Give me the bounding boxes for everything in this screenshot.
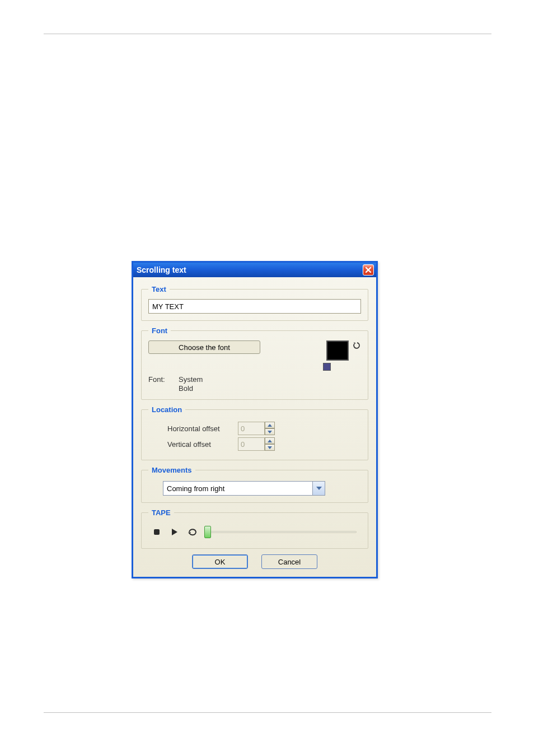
horizontal-offset-up[interactable] xyxy=(265,422,275,428)
secondary-color-swatch[interactable] xyxy=(323,363,331,371)
movements-combo-button[interactable] xyxy=(313,481,325,496)
tape-group: TAPE xyxy=(141,508,368,549)
close-button[interactable] xyxy=(363,264,374,276)
movements-combo[interactable] xyxy=(163,481,325,496)
location-group: Location Horizontal offset Ver xyxy=(141,405,368,460)
slider-thumb[interactable] xyxy=(204,526,211,538)
font-style-value: Bold xyxy=(179,384,203,393)
tape-play-button[interactable] xyxy=(170,527,180,537)
loop-icon xyxy=(188,528,198,536)
titlebar: Scrolling text xyxy=(133,263,376,277)
dialog-body: Text Font Choose the font xyxy=(133,277,376,577)
choose-font-button[interactable]: Choose the font xyxy=(148,340,260,354)
horizontal-offset-input[interactable] xyxy=(238,422,265,435)
horizontal-offset-down[interactable] xyxy=(265,428,275,435)
chevron-down-icon xyxy=(268,431,272,433)
undo-icon xyxy=(352,341,360,350)
chevron-down-icon xyxy=(316,487,322,490)
horizontal-offset-label: Horizontal offset xyxy=(148,424,232,433)
font-legend: Font xyxy=(148,326,171,335)
font-group: Font Choose the font xyxy=(141,326,368,400)
vertical-offset-down[interactable] xyxy=(265,444,275,451)
tape-stop-button[interactable] xyxy=(152,527,162,537)
stop-icon xyxy=(153,529,160,535)
vertical-offset-up[interactable] xyxy=(265,437,275,444)
color-picker-area xyxy=(326,340,361,371)
font-label: Font: xyxy=(148,375,171,384)
page-bottom-rule xyxy=(44,712,491,713)
movements-group: Movements xyxy=(141,466,368,503)
dialog-title: Scrolling text xyxy=(137,265,186,274)
chevron-down-icon xyxy=(268,446,272,449)
svg-rect-0 xyxy=(154,529,160,535)
chevron-up-icon xyxy=(268,424,272,427)
reset-color-button[interactable] xyxy=(351,340,361,351)
scrolling-text-dialog: Scrolling text Text Font Choose the font xyxy=(132,261,378,578)
ok-button[interactable]: OK xyxy=(192,554,248,569)
font-name-value: System xyxy=(179,375,203,384)
vertical-offset-input[interactable] xyxy=(238,437,265,451)
font-color-swatch[interactable] xyxy=(326,340,349,361)
chevron-up-icon xyxy=(268,440,272,442)
slider-track xyxy=(205,531,357,533)
play-icon xyxy=(171,528,178,536)
text-input[interactable] xyxy=(148,299,361,314)
tape-speed-slider[interactable] xyxy=(205,526,357,538)
movements-legend: Movements xyxy=(148,466,195,474)
vertical-offset-label: Vertical offset xyxy=(148,440,232,449)
cancel-button[interactable]: Cancel xyxy=(261,554,317,569)
movements-combo-input[interactable] xyxy=(163,481,313,496)
text-legend: Text xyxy=(148,285,170,293)
text-group: Text xyxy=(141,285,368,321)
page-top-rule xyxy=(44,34,491,34)
tape-legend: TAPE xyxy=(148,508,174,517)
tape-loop-button[interactable] xyxy=(188,527,198,537)
dialog-buttons: OK Cancel xyxy=(140,554,369,569)
location-legend: Location xyxy=(148,405,185,414)
close-icon xyxy=(365,267,372,273)
